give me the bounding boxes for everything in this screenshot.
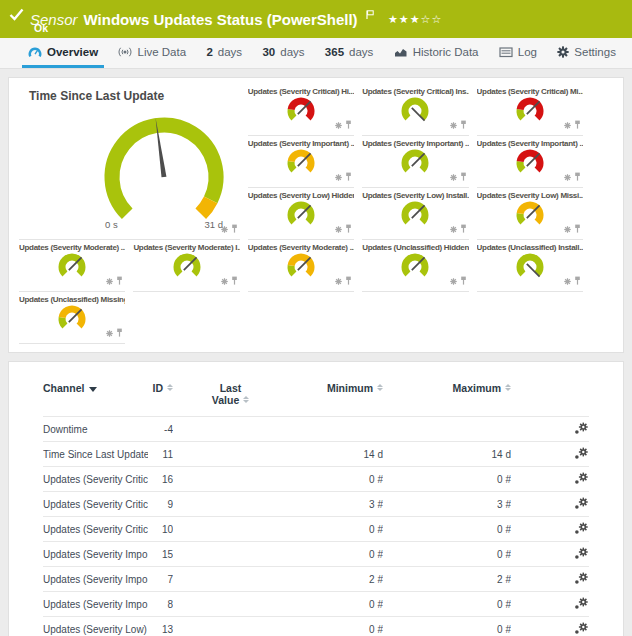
- gauge-label: Updates (Severity Critical) Ins...: [362, 84, 468, 96]
- gear-icon[interactable]: [450, 115, 457, 133]
- gauge-actions: [106, 323, 123, 341]
- gauge-cell[interactable]: Updates (Severity Moderate) I...: [133, 240, 239, 292]
- pin-icon[interactable]: [116, 271, 123, 289]
- pin-icon[interactable]: [345, 115, 352, 133]
- pin-icon[interactable]: [574, 115, 581, 133]
- sort-icon: [167, 384, 173, 391]
- gauge-cell[interactable]: Updates (Severity Moderate) ...: [19, 240, 125, 292]
- gear-icon[interactable]: [335, 167, 342, 185]
- channel-settings-icon[interactable]: [574, 597, 589, 612]
- gauge-dial: [510, 200, 550, 228]
- channel-settings-icon[interactable]: [574, 447, 589, 462]
- gauge-cell[interactable]: Updates (Severity Important) ...: [362, 136, 468, 188]
- column-header-minimum[interactable]: Minimum: [288, 374, 383, 417]
- gauge-dial: [281, 200, 321, 228]
- gear-icon[interactable]: [564, 219, 571, 237]
- channel-row[interactable]: Updates (Severity Critic...93 #3 #: [43, 492, 589, 517]
- gauge-label: Updates (Severity Low) Missi...: [477, 188, 583, 200]
- pin-icon[interactable]: [231, 271, 238, 289]
- column-header-channel[interactable]: Channel: [43, 374, 148, 417]
- gauge-cell[interactable]: Updates (Severity Low) Install...: [362, 188, 468, 240]
- tab-overview[interactable]: Overview: [22, 38, 104, 68]
- pin-icon[interactable]: [574, 271, 581, 289]
- column-header-id[interactable]: ID: [148, 374, 173, 417]
- channel-row[interactable]: Updates (Severity Impo...80 #0 #: [43, 592, 589, 617]
- tab-historic-data[interactable]: Historic Data: [388, 38, 485, 68]
- channel-row[interactable]: Updates (Severity Critic...160 #0 #: [43, 467, 589, 492]
- channel-maximum: 0 #: [383, 517, 511, 542]
- gauge-actions: [564, 115, 581, 133]
- gear-icon[interactable]: [450, 219, 457, 237]
- gear-icon[interactable]: [450, 167, 457, 185]
- pin-icon[interactable]: [116, 323, 123, 341]
- gauge-cell[interactable]: Updates (Unclassified) Install...: [477, 240, 583, 292]
- gear-icon[interactable]: [335, 219, 342, 237]
- gear-icon[interactable]: [450, 271, 457, 289]
- column-header-last-value[interactable]: LastValue: [173, 374, 288, 417]
- channel-settings-icon[interactable]: [574, 422, 589, 437]
- gear-icon[interactable]: [335, 271, 342, 289]
- pin-icon[interactable]: [345, 219, 352, 237]
- gauge-cell[interactable]: Updates (Severity Critical) Mi...: [477, 84, 583, 136]
- gauge-label: Updates (Severity Low) Hidden: [248, 188, 354, 200]
- gauge-cell[interactable]: Updates (Severity Important) ...: [248, 136, 354, 188]
- log-icon: [499, 46, 513, 58]
- primary-gauge-cell[interactable]: Time Since Last Update 0 s 31 d: [19, 84, 240, 240]
- gauge-label: Updates (Unclassified) Missing: [19, 292, 125, 304]
- tab-log[interactable]: Log: [493, 38, 543, 68]
- channel-settings-icon[interactable]: [574, 572, 589, 587]
- gauge-cell[interactable]: Updates (Severity Critical) Hi...: [248, 84, 354, 136]
- tab-live-data[interactable]: Live Data: [112, 38, 192, 68]
- flag-icon[interactable]: [362, 5, 378, 22]
- pin-icon[interactable]: [231, 219, 238, 237]
- pin-icon[interactable]: [345, 271, 352, 289]
- gear-icon[interactable]: [335, 115, 342, 133]
- gear-icon[interactable]: [106, 271, 113, 289]
- pin-icon[interactable]: [574, 219, 581, 237]
- gear-icon[interactable]: [564, 271, 571, 289]
- pin-icon[interactable]: [574, 167, 581, 185]
- sensor-header: SensorWindows Updates Status (PowerShell…: [0, 0, 632, 38]
- gauge-cell[interactable]: Updates (Unclassified) Missing: [19, 292, 125, 344]
- gauge-cell[interactable]: Updates (Severity Moderate) ...: [248, 240, 354, 292]
- gauge-label: Updates (Unclassified) Install...: [477, 240, 583, 252]
- gauge-cell[interactable]: Updates (Severity Low) Hidden: [248, 188, 354, 240]
- tab-settings[interactable]: Settings: [551, 38, 622, 68]
- channel-table-card: ChannelIDLastValueMinimumMaximum Downtim…: [8, 361, 624, 636]
- gear-icon[interactable]: [221, 271, 228, 289]
- pin-icon[interactable]: [345, 167, 352, 185]
- channel-row[interactable]: Updates (Severity Impo...72 #2 #: [43, 567, 589, 592]
- gear-icon[interactable]: [221, 219, 228, 237]
- pin-icon[interactable]: [460, 219, 467, 237]
- priority-stars[interactable]: ★★★☆☆: [388, 13, 442, 25]
- channel-settings-icon[interactable]: [574, 497, 589, 512]
- channel-name: Updates (Severity Low) ...: [43, 617, 148, 636]
- primary-gauge-actions: [221, 219, 238, 237]
- pin-icon[interactable]: [460, 115, 467, 133]
- gauge-cell[interactable]: Updates (Severity Critical) Ins...: [362, 84, 468, 136]
- tab-30-days[interactable]: 30days: [256, 38, 310, 68]
- channel-name: Updates (Severity Critic...: [43, 517, 148, 542]
- channel-settings-icon[interactable]: [574, 547, 589, 562]
- channel-row[interactable]: Updates (Severity Impo...150 #0 #: [43, 542, 589, 567]
- channel-row[interactable]: Downtime-4: [43, 417, 589, 442]
- gauge-cell[interactable]: Updates (Severity Important) ...: [477, 136, 583, 188]
- gauge-cell[interactable]: Updates (Unclassified) Hidden: [362, 240, 468, 292]
- gear-icon[interactable]: [564, 167, 571, 185]
- channel-settings-icon[interactable]: [574, 522, 589, 537]
- tab-2-days[interactable]: 2days: [200, 38, 248, 68]
- gear-icon[interactable]: [106, 323, 113, 341]
- gauge-label: Updates (Severity Low) Install...: [362, 188, 468, 200]
- channel-row[interactable]: Time Since Last Update1114 d14 d: [43, 442, 589, 467]
- channel-settings-icon[interactable]: [574, 622, 589, 636]
- channel-minimum: 0 #: [288, 592, 383, 617]
- pin-icon[interactable]: [460, 167, 467, 185]
- channel-row[interactable]: Updates (Severity Critic...100 #0 #: [43, 517, 589, 542]
- tab-365-days[interactable]: 365days: [319, 38, 379, 68]
- column-header-maximum[interactable]: Maximum: [383, 374, 511, 417]
- channel-settings-icon[interactable]: [574, 472, 589, 487]
- pin-icon[interactable]: [460, 271, 467, 289]
- gauge-cell[interactable]: Updates (Severity Low) Missi...: [477, 188, 583, 240]
- gear-icon[interactable]: [564, 115, 571, 133]
- channel-row[interactable]: Updates (Severity Low) ...130 #0 #: [43, 617, 589, 636]
